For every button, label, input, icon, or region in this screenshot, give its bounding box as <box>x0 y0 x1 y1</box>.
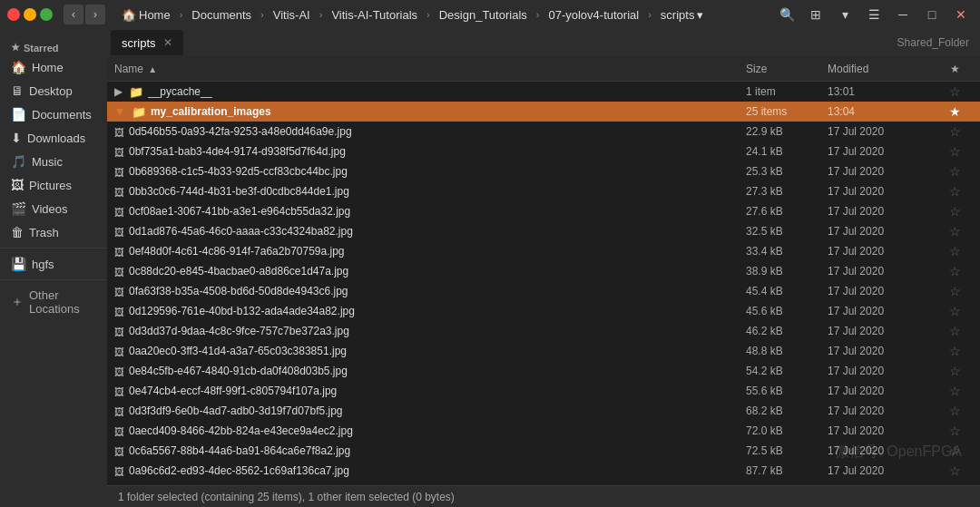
file-size: 27.6 kB <box>746 205 828 218</box>
file-star-button[interactable]: ☆ <box>936 284 973 298</box>
tab-bar: scripts ✕ Shared_Folder <box>107 29 980 56</box>
file-row[interactable]: 🖼 0bb3c0c6-744d-4b31-be3f-d0cdbc844de1.j… <box>107 181 980 201</box>
sidebar-item-videos[interactable]: 🎬 Videos <box>0 197 107 220</box>
file-row[interactable]: 🖼 0e474cb4-eccf-48ff-99f1-c805794f107a.j… <box>107 381 980 401</box>
file-row[interactable]: 🖼 0aecd409-8466-42bb-824a-e43ece9a4ec2.j… <box>107 421 980 441</box>
file-star-button[interactable]: ☆ <box>936 384 973 398</box>
file-icon: 🖼 <box>114 385 124 398</box>
file-name: 0bb3c0c6-744d-4b31-be3f-d0cdbc844de1.jpg <box>129 185 349 198</box>
file-star-button[interactable]: ☆ <box>936 144 973 159</box>
view-chevron-button[interactable]: ▾ <box>833 3 857 26</box>
file-name: my_calibration_images <box>151 105 271 118</box>
file-modified: 17 Jul 2020 <box>828 405 936 417</box>
file-star-button[interactable]: ☆ <box>936 264 973 278</box>
file-star-button[interactable]: ☆ <box>936 463 973 478</box>
file-name: 0e474cb4-eccf-48ff-99f1-c805794f107a.jpg <box>129 385 337 397</box>
breadcrumb-vitis-ai-tutorials[interactable]: Vitis-AI-Tutorials <box>326 6 423 24</box>
file-row[interactable]: 🖼 0c6a5567-88b4-44a6-ba91-864ca6e7f8a2.j… <box>107 441 980 461</box>
column-name-header[interactable]: Name ▲ <box>114 63 746 75</box>
menu-button[interactable]: ☰ <box>862 3 886 26</box>
breadcrumb-yolov4[interactable]: 07-yolov4-tutorial <box>543 6 644 24</box>
file-star-button[interactable]: ☆ <box>936 344 973 358</box>
window-max-button[interactable]: □ <box>920 3 944 26</box>
tab-scripts-close[interactable]: ✕ <box>163 36 172 49</box>
file-star-button[interactable]: ☆ <box>936 404 973 418</box>
file-icon: 🖼 <box>114 205 124 219</box>
sidebar-item-trash[interactable]: 🗑 Trash <box>0 220 107 244</box>
file-row[interactable]: ▶ 📁 __pycache__ 1 item 13:01 ☆ <box>107 82 980 102</box>
shared-folder-label: Shared_Folder <box>897 36 976 49</box>
sidebar-item-downloads[interactable]: ⬇ Downloads <box>0 126 107 150</box>
music-sidebar-icon: 🎵 <box>11 154 26 169</box>
search-button[interactable]: 🔍 <box>775 3 799 26</box>
file-row[interactable]: 🖼 0d3f3df9-6e0b-4ad7-adb0-3d19f7d07bf5.j… <box>107 401 980 421</box>
file-row[interactable]: 🖼 0d129596-761e-40bd-b132-ada4ade34a82.j… <box>107 301 980 321</box>
file-star-button[interactable]: ☆ <box>936 444 973 458</box>
breadcrumb-sep-1: › <box>180 9 183 20</box>
file-row[interactable]: 🖼 0aa20ec0-3ff3-41d4-a3a7-65c03c383851.j… <box>107 341 980 361</box>
breadcrumb-home[interactable]: 🏠 Home <box>116 6 176 24</box>
column-modified-header[interactable]: Modified <box>828 63 936 75</box>
file-size: 55.6 kB <box>746 385 828 397</box>
sidebar-item-desktop[interactable]: 🖥 Desktop <box>0 79 107 102</box>
file-row[interactable]: 🖼 0e84c5fb-e467-4840-91cb-da0f408d03b5.j… <box>107 361 980 381</box>
scripts-dropdown-icon: ▾ <box>697 8 703 22</box>
trash-sidebar-icon: 🗑 <box>11 225 24 239</box>
column-size-header[interactable]: Size <box>746 63 828 75</box>
file-icon: 📁 <box>132 105 146 119</box>
file-name: 0aecd409-8466-42bb-824a-e43ece9a4ec2.jpg <box>129 424 353 437</box>
minimize-window-button[interactable] <box>24 8 36 21</box>
file-star-button[interactable]: ☆ <box>936 124 973 139</box>
breadcrumb-vitis-ai[interactable]: Vitis-AI <box>268 6 316 24</box>
file-star-button[interactable]: ☆ <box>936 224 973 239</box>
file-row[interactable]: 🖼 0cf08ae1-3067-41bb-a3e1-e964cb55da32.j… <box>107 201 980 221</box>
status-bar: 1 folder selected (containing 25 items),… <box>107 485 980 507</box>
file-modified: 17 Jul 2020 <box>828 345 936 357</box>
file-star-button[interactable]: ☆ <box>936 324 973 338</box>
breadcrumb-documents[interactable]: Documents <box>186 6 257 24</box>
file-star-button[interactable]: ☆ <box>936 204 973 219</box>
sidebar-item-other-locations[interactable]: ＋ Other Locations <box>0 284 107 320</box>
file-star-button[interactable]: ☆ <box>936 424 973 438</box>
file-icon: 🖼 <box>114 325 124 338</box>
file-star-button[interactable]: ☆ <box>936 364 973 378</box>
breadcrumb-scripts[interactable]: scripts ▾ <box>655 6 710 24</box>
sidebar-item-pictures[interactable]: 🖼 Pictures <box>0 173 107 197</box>
file-row[interactable]: 🖼 0ef48d0f-4c61-4c86-914f-7a6a2b70759a.j… <box>107 241 980 261</box>
file-row[interactable]: 🖼 0c88dc20-e845-4bacbae0-a8d86ce1d47a.jp… <box>107 261 980 281</box>
window-min-button[interactable]: ─ <box>891 3 915 26</box>
file-size: 45.4 kB <box>746 285 828 297</box>
view-grid-button[interactable]: ⊞ <box>804 3 828 26</box>
downloads-sidebar-icon: ⬇ <box>11 131 22 145</box>
sidebar-item-documents[interactable]: 📄 Documents <box>0 102 107 126</box>
file-star-button[interactable]: ☆ <box>936 184 973 199</box>
close-window-button[interactable] <box>7 8 20 21</box>
file-row[interactable]: 🖼 0fa63f38-b35a-4508-bd6d-50d8de4943c6.j… <box>107 281 980 301</box>
window-close-button[interactable]: ✕ <box>949 3 973 26</box>
forward-button[interactable]: › <box>85 5 105 24</box>
file-size: 25.3 kB <box>746 165 828 178</box>
sidebar-item-hgfs[interactable]: 💾 hgfs <box>0 252 107 276</box>
file-size: 33.4 kB <box>746 245 828 258</box>
file-star-button[interactable]: ☆ <box>936 304 973 318</box>
file-star-button[interactable]: ☆ <box>936 84 973 99</box>
file-name: 0ef48d0f-4c61-4c86-914f-7a6a2b70759a.jpg <box>129 245 345 258</box>
sidebar-item-music[interactable]: 🎵 Music <box>0 150 107 173</box>
file-row[interactable]: 🖼 0d1ad876-45a6-46c0-aaaa-c33c4324ba82.j… <box>107 221 980 241</box>
file-row[interactable]: 🖼 0d3dd37d-9daa-4c8c-9fce-757c7be372a3.j… <box>107 321 980 341</box>
file-row[interactable]: 🖼 0d546b55-0a93-42fa-9253-a48e0dd46a9e.j… <box>107 122 980 141</box>
file-row[interactable]: 🖼 0a96c6d2-ed93-4dec-8562-1c69af136ca7.j… <box>107 461 980 481</box>
file-size: 27.3 kB <box>746 185 828 198</box>
file-star-button[interactable]: ★ <box>936 104 973 119</box>
tab-scripts[interactable]: scripts ✕ <box>111 30 183 55</box>
file-row[interactable]: 🖼 0b689368-c1c5-4b33-92d5-ccf83cbc44bc.j… <box>107 161 980 181</box>
maximize-window-button[interactable] <box>40 8 53 21</box>
file-row[interactable]: 🖼 0bf735a1-bab3-4de4-9174-d938f5d7f64d.j… <box>107 141 980 161</box>
back-button[interactable]: ‹ <box>64 5 83 24</box>
file-star-button[interactable]: ☆ <box>936 164 973 179</box>
breadcrumb-design-tutorials[interactable]: Design_Tutorials <box>434 6 533 24</box>
file-star-button[interactable]: ☆ <box>936 244 973 258</box>
file-row[interactable]: ▼ 📁 my_calibration_images 25 items 13:04… <box>107 102 980 122</box>
file-size: 72.0 kB <box>746 424 828 437</box>
sidebar-item-home[interactable]: 🏠 Home <box>0 55 107 79</box>
